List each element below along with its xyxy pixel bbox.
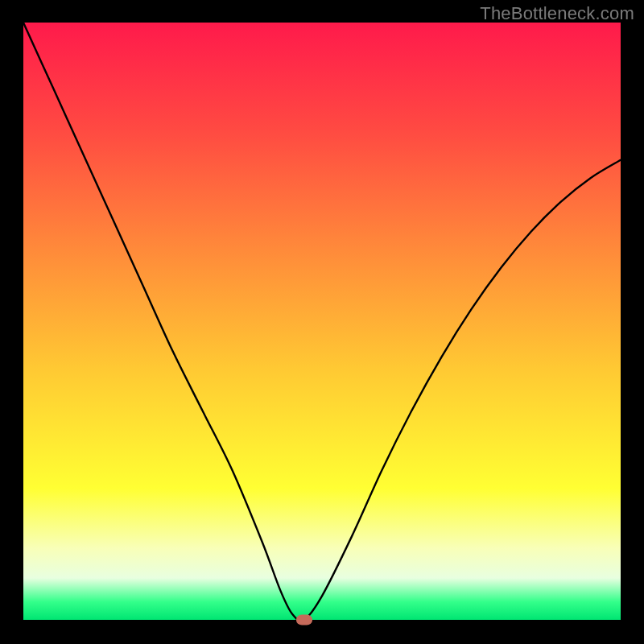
watermark-text: TheBottleneck.com — [480, 3, 634, 24]
chart-plot-area — [23, 23, 621, 620]
bottleneck-curve — [23, 23, 621, 620]
optimum-point-marker — [296, 615, 312, 625]
